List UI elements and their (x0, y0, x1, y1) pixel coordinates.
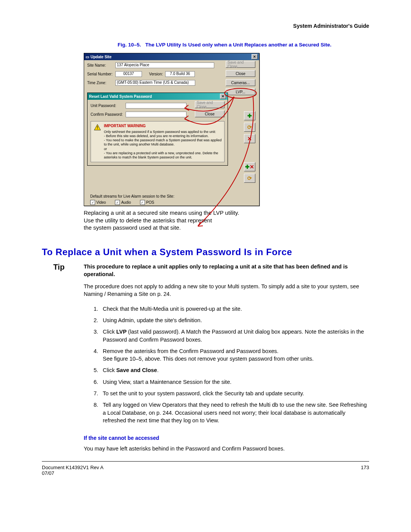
step-item: Check that the Multi-Media unit is power… (100, 305, 369, 313)
close-icon[interactable]: ✕ (220, 94, 226, 99)
warning-icon: ! (93, 124, 102, 131)
page-header: System Administrator's Guide (42, 23, 369, 29)
caption-line: the system password used at that site. (84, 224, 259, 232)
close-button[interactable]: Close (226, 70, 255, 77)
cameras-button[interactable]: Cameras... (226, 79, 255, 86)
serial-input[interactable]: 00137 (115, 71, 142, 77)
pos-label: POS (146, 200, 154, 204)
tip-block: Tip This procedure to replace a unit app… (42, 263, 369, 278)
default-streams-label: Default streams for Live Alarm session t… (90, 194, 253, 198)
lvp-button[interactable]: LVP... (226, 88, 255, 95)
steps-list: Check that the Multi-Media unit is power… (84, 305, 369, 425)
page-footer: Document K14392V1 Rev A 07/07 173 (42, 461, 369, 476)
confirm-pw-label: Confirm Password: (91, 112, 126, 117)
step-item: Click LVP (last valid password). A Match… (100, 328, 369, 343)
site-name-label: Site Name: (87, 63, 115, 67)
confirm-pw-input[interactable] (126, 112, 186, 117)
figure-number: Fig. 10–5. (118, 42, 141, 48)
reset-password-window: Reset Last Valid System Password ✕ Unit … (87, 93, 228, 166)
update-site-titlebar: ▭ Update Site ✕ (84, 53, 259, 60)
svg-text:!: ! (97, 126, 98, 130)
caption-line: Replacing a unit at a secured site means… (84, 209, 259, 217)
window-title: Update Site (91, 55, 112, 59)
pos-checkbox[interactable]: ✓POS (140, 200, 154, 205)
step-item: Click Save and Close. (100, 366, 369, 374)
sub-heading: If the site cannot be accessed (84, 435, 369, 441)
tz-select[interactable]: (GMT-05:00) Eastern Time (US & Canada) (115, 80, 195, 86)
unit-pw-label: Unit Password: (91, 104, 126, 108)
warning-box: ! IMPORTANT WARNING Only set/reset the p… (91, 121, 225, 162)
save-close-button[interactable]: Save and Close (195, 101, 225, 108)
warning-line: or (104, 147, 222, 151)
tip-label: Tip (53, 263, 76, 278)
save-close-button[interactable]: Save and Close (226, 61, 255, 68)
step-item: To set the unit to your system password,… (100, 390, 369, 397)
reset-password-title: Reset Last Valid System Password (89, 94, 152, 99)
window-icon: ▭ (86, 55, 89, 59)
update-site-window: ▭ Update Site ✕ Site Name: 137 Alopecia … (84, 53, 260, 206)
footer-date: 07/07 (42, 470, 104, 476)
site-name-input[interactable]: 137 Alopecia Place (115, 62, 214, 68)
version-input[interactable]: 7.0 Build 36 (165, 71, 195, 77)
warning-line: Only set/reset the password if a System … (104, 130, 222, 134)
tip-bold-text: This procedure to replace a unit applies… (84, 263, 369, 278)
audio-label: Audio (121, 200, 131, 204)
figure-caption: Fig. 10–5. The LVP Utility Is Used only … (80, 42, 369, 48)
figure-caption-text: The LVP Utility Is Used only when a Unit… (145, 42, 331, 48)
caption-line: Use the utility to delete the asterisks … (84, 217, 259, 224)
refresh-icon[interactable]: ⟳ (244, 174, 255, 183)
screenshot-caption: Replacing a unit at a secured site means… (84, 209, 259, 232)
step-item: Remove the asterisks from the Confirm Pa… (100, 347, 369, 363)
add-icon[interactable]: ✚ (244, 111, 255, 120)
warning-line: - Before this site was deleted, and you … (104, 134, 222, 138)
video-label: Video (96, 200, 106, 204)
version-label: Version: (142, 72, 163, 76)
tz-label: Time Zone: (87, 81, 115, 85)
step-item: Tell any logged on View Operators that t… (100, 401, 369, 424)
reset-password-titlebar: Reset Last Valid System Password ✕ (88, 93, 228, 100)
audio-checkbox[interactable]: ✓Audio (115, 200, 131, 205)
video-checkbox[interactable]: ✓Video (90, 200, 106, 205)
sub-body: You may have left asterisks behind in th… (84, 445, 369, 452)
serial-label: Serial Number: (87, 72, 115, 76)
footer-doc: Document K14392V1 Rev A (42, 465, 104, 470)
refresh-icon[interactable]: ⟳ (244, 123, 255, 132)
screenshot-area: ▭ Update Site ✕ Site Name: 137 Alopecia … (84, 53, 263, 206)
add-delete-icon[interactable]: ✚✕ (244, 162, 255, 171)
document-page: System Administrator's Guide Fig. 10–5. … (0, 0, 411, 532)
close-button[interactable]: Close (195, 110, 225, 117)
warning-line: - You are replacing a protected unit wit… (104, 151, 222, 160)
warning-title: IMPORTANT WARNING (104, 124, 222, 129)
warning-line: - You need to make the password match a … (104, 138, 222, 147)
footer-page-number: 173 (361, 465, 369, 476)
step-item: Using View, start a Maintenance Session … (100, 378, 369, 386)
close-icon[interactable]: ✕ (252, 54, 258, 59)
delete-icon[interactable]: ✕ (244, 134, 255, 143)
tip-body: The procedure does not apply to adding a… (84, 283, 369, 298)
section-heading: To Replace a Unit when a System Password… (42, 247, 369, 257)
step-item: Using Admin, update the site's definitio… (100, 316, 369, 324)
unit-pw-input[interactable] (126, 103, 186, 109)
